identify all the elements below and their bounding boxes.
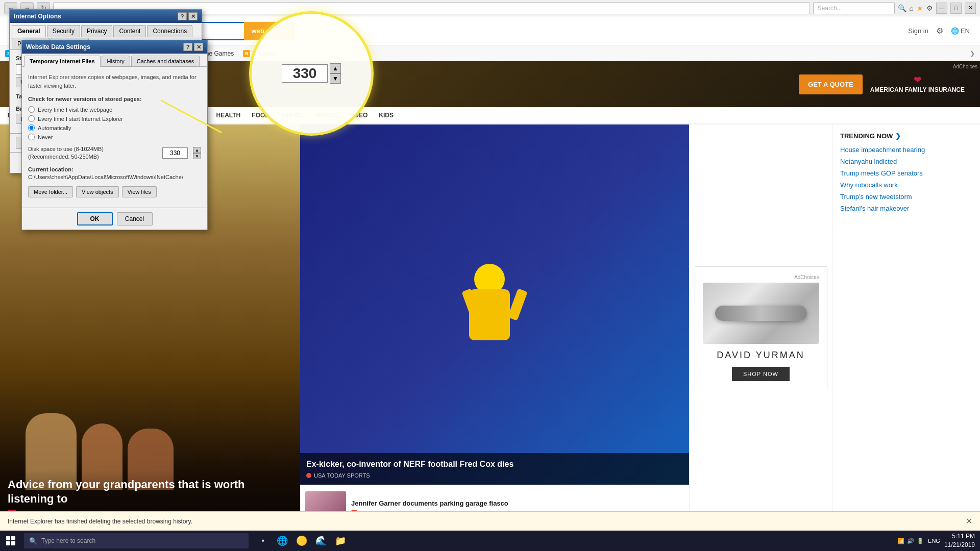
middle-column: Ex-kicker, co-inventor of NERF football …	[300, 124, 689, 531]
io-tab-general[interactable]: General	[12, 25, 46, 37]
io-close-button[interactable]: ✕	[188, 12, 198, 20]
wds-spin-down[interactable]: ▼	[193, 153, 201, 159]
io-tab-connections[interactable]: Connections	[147, 25, 192, 37]
wds-question: Check for newer versions of stored pages…	[28, 96, 201, 102]
wds-tab-history[interactable]: History	[102, 56, 130, 66]
bing-search-button[interactable]: web search	[244, 22, 295, 40]
edge-taskbar-icon[interactable]: 🌊	[312, 532, 330, 550]
wds-disk-input[interactable]	[162, 147, 188, 159]
wds-radio4-label: Never	[38, 134, 53, 140]
taskbar-system-tray: 📶 🔊 🔋 ENG 5:11 PM 11/21/2019	[892, 532, 980, 549]
taskbar-icons-group: ⦁ 🌐 🟡 🌊 📁	[254, 532, 350, 550]
taskbar: 🔍 Type here to search ⦁ 🌐 🟡 🌊 📁 📶 🔊 🔋 EN…	[0, 531, 980, 551]
nav-tab-health[interactable]: HEALTH	[216, 112, 241, 119]
settings-icon[interactable]: ⚙	[926, 4, 933, 12]
wds-ok-button[interactable]: OK	[77, 212, 113, 226]
wds-disk-label: Disk space to use (8-1024MB) (Recommende…	[28, 145, 157, 161]
ad-cta-button[interactable]: GET A QUOTE	[799, 74, 863, 94]
notification-bar: Internet Explorer has finished deleting …	[0, 511, 980, 531]
wds-tab-caches[interactable]: Caches and databases	[131, 56, 200, 66]
nav-tab-kids[interactable]: KIDS	[379, 112, 394, 119]
taskbar-search[interactable]: 🔍 Type here to search	[24, 533, 249, 548]
wds-info-text: Internet Explorer stores copies of webpa…	[28, 73, 201, 90]
wds-radio3-label: Automatically	[38, 125, 71, 131]
wds-radio-never[interactable]: Never	[28, 134, 201, 140]
wds-titlebar: Website Data Settings ? ✕	[22, 40, 207, 54]
taskbar-clock: 5:11 PM 11/21/2019	[944, 532, 975, 549]
wds-location-path: C:\Users\chesh\AppData\Local\Microsoft\W…	[28, 174, 201, 180]
feature-article[interactable]: Ex-kicker, co-inventor of NERF football …	[300, 124, 689, 485]
nav-tab-autos[interactable]: AUTOS	[316, 112, 337, 119]
wds-spin-up[interactable]: ▲	[193, 147, 201, 153]
io-tab-privacy[interactable]: Privacy	[81, 25, 112, 37]
wds-radio-automatically[interactable]: Automatically	[28, 124, 201, 131]
sign-in-link[interactable]: Sign in	[908, 27, 928, 35]
task-view-button[interactable]: ⦁	[254, 532, 272, 550]
search-icon: 🔍	[29, 537, 37, 545]
feature-source: USA TODAY SPORTS	[314, 472, 370, 479]
start-button[interactable]	[0, 531, 21, 551]
notification-close[interactable]: ✕	[966, 516, 972, 526]
settings-gear[interactable]: ⚙	[936, 26, 943, 36]
chrome-taskbar-icon[interactable]: 🟡	[292, 532, 311, 550]
wds-title-controls: ? ✕	[183, 43, 203, 51]
wds-view-files-btn[interactable]: View files	[122, 186, 157, 197]
wds-move-folder-btn[interactable]: Move folder...	[28, 186, 73, 197]
trending-item-1[interactable]: House impeachment hearing	[840, 146, 972, 154]
file-manager-icon[interactable]: 📁	[331, 532, 350, 550]
ie-taskbar-icon[interactable]: 🌐	[273, 532, 291, 550]
io-title-controls: ? ✕	[178, 12, 198, 20]
website-data-settings-dialog[interactable]: Website Data Settings ? ✕ Temporary Inte…	[21, 40, 208, 230]
search-field[interactable]: Search...	[813, 2, 895, 14]
feature-overlay: Ex-kicker, co-inventor of NERF football …	[300, 453, 689, 485]
trending-header: TRENDING NOW ❯	[840, 132, 972, 140]
system-tray-icons: 📶 🔊 🔋	[897, 538, 924, 544]
trending-item-2[interactable]: Netanyahu indicted	[840, 158, 972, 165]
trending-item-4[interactable]: Why robocalls work	[840, 181, 972, 189]
home-icon[interactable]: ⌂	[910, 4, 914, 12]
wds-radio2-label: Every time I start Internet Explorer	[38, 116, 123, 122]
wds-radio1-label: Every time I visit the webpage	[38, 107, 112, 113]
io-tab-security[interactable]: Security	[47, 25, 80, 37]
dy-adchoices: AdChoices	[703, 274, 819, 280]
nav-tab-food[interactable]: FOOD	[252, 112, 270, 119]
wds-radio-every-visit[interactable]: Every time I visit the webpage	[28, 106, 201, 113]
dy-shop-button[interactable]: SHOP NOW	[732, 367, 790, 381]
favorites-icon[interactable]: ★	[917, 4, 923, 12]
wds-content-area: Internet Explorer stores copies of webpa…	[22, 67, 207, 208]
wds-radio-every-start[interactable]: Every time I start Internet Explorer	[28, 115, 201, 122]
wds-view-objects-btn[interactable]: View objects	[76, 186, 119, 197]
trending-item-3[interactable]: Trump meets GOP senators	[840, 169, 972, 177]
window-minimize[interactable]: —	[936, 3, 947, 14]
fav-rewards[interactable]: R Rewards	[243, 50, 276, 57]
trending-item-6[interactable]: Stefani's hair makeover	[840, 205, 972, 212]
notification-text: Internet Explorer has finished deleting …	[8, 518, 192, 525]
wds-location-label: Current location:	[28, 166, 201, 172]
nav-tab-video[interactable]: VIDEO	[349, 112, 368, 119]
favorites-chevron[interactable]: ❯	[970, 50, 975, 57]
dy-ad-block[interactable]: AdChoices DAVID YURMAN SHOP NOW	[695, 266, 827, 389]
hero-title: Advice from your grandparents that is wo…	[8, 478, 292, 507]
ad-sidebar: AdChoices DAVID YURMAN SHOP NOW	[689, 124, 832, 531]
language-selector[interactable]: 🌐 EN	[951, 27, 970, 35]
adchoices-tag: AdChoices	[953, 64, 977, 69]
nav-tab-travel[interactable]: TRAVEL	[281, 112, 305, 119]
wds-location-section: Current location: C:\Users\chesh\AppData…	[28, 166, 201, 180]
trending-item-5[interactable]: Trump's new tweetstorm	[840, 193, 972, 201]
wds-tab-temp[interactable]: Temporary Internet Files	[24, 56, 101, 67]
wds-help-button[interactable]: ?	[183, 43, 192, 51]
dy-bracelet-image	[703, 283, 819, 344]
search-icon[interactable]: 🔍	[898, 4, 906, 12]
wds-dialog-buttons: OK Cancel	[22, 208, 207, 230]
taskbar-search-placeholder: Type here to search	[41, 537, 95, 544]
wds-disk-row: Disk space to use (8-1024MB) (Recommende…	[28, 145, 201, 161]
feature-title: Ex-kicker, co-inventor of NERF football …	[306, 459, 683, 470]
wds-close-button[interactable]: ✕	[194, 43, 203, 51]
battery-icon: 🔋	[917, 538, 924, 544]
io-tab-content[interactable]: Content	[113, 25, 146, 37]
windows-icon	[6, 536, 15, 545]
wds-cancel-button[interactable]: Cancel	[117, 212, 153, 226]
window-maximize[interactable]: □	[950, 3, 962, 14]
window-close[interactable]: ✕	[965, 3, 976, 14]
io-help-button[interactable]: ?	[178, 12, 187, 20]
